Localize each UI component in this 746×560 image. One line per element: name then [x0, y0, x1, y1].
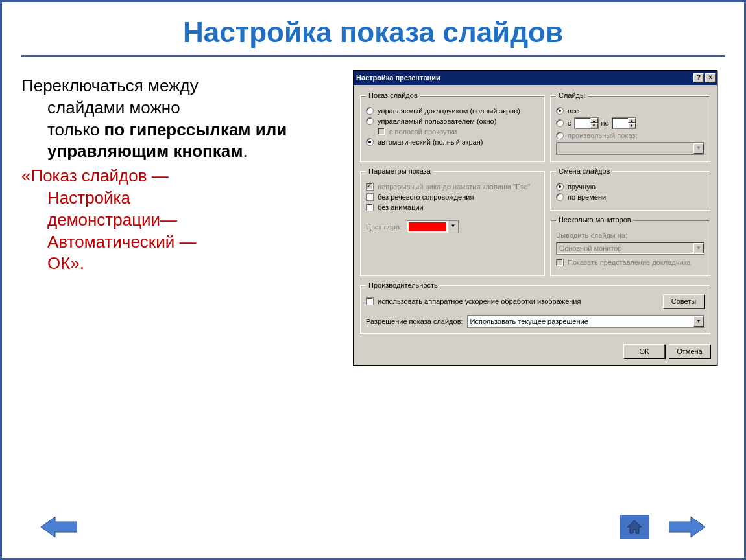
to-label: по — [601, 119, 609, 127]
radio-all-slides[interactable]: все — [556, 107, 704, 115]
checkbox-scrollbar: с полосой прокрутки — [378, 128, 539, 135]
advance-legend: Смена слайдов — [556, 167, 612, 175]
home-button[interactable] — [620, 515, 649, 539]
close-button[interactable]: × — [705, 73, 716, 82]
checkbox-loop: непрерывный цикл до нажатия клавиши "Esc… — [366, 183, 539, 191]
dialog-title: Настройка презентации — [356, 74, 440, 82]
from-spinner[interactable]: ▲▼ — [574, 117, 599, 129]
slides-group: Слайды все с ▲▼ — [550, 91, 710, 162]
checkbox-no-animation[interactable]: без анимации — [366, 204, 539, 211]
checkbox-hw-accel[interactable]: использовать аппаратное ускорение обрабо… — [366, 298, 581, 305]
resolution-label: Разрешение показа слайдов: — [366, 318, 463, 325]
dialog-titlebar[interactable]: Настройка презентации ? × — [354, 71, 717, 85]
advance-group: Смена слайдов вручную по времени — [550, 167, 710, 211]
svg-marker-1 — [627, 520, 642, 533]
chevron-down-icon: ▼ — [693, 243, 704, 253]
show-options-legend: Параметры показа — [366, 167, 433, 175]
radio-timings[interactable]: по времени — [556, 193, 704, 201]
performance-legend: Производительность — [366, 281, 440, 289]
custom-show-combo: ▼ — [556, 142, 704, 155]
performance-group: Производительность использовать аппаратн… — [360, 281, 710, 334]
tips-button[interactable]: Советы — [663, 294, 704, 309]
help-button[interactable]: ? — [693, 73, 704, 82]
pen-color-label: Цвет пера: — [366, 223, 402, 231]
svg-marker-2 — [669, 517, 705, 537]
svg-marker-0 — [41, 517, 77, 537]
chevron-down-icon[interactable]: ▼ — [448, 221, 458, 233]
cancel-button[interactable]: Отмена — [669, 344, 710, 358]
monitor-combo: Основной монитор ▼ — [556, 242, 704, 255]
pen-color-picker[interactable]: ▼ — [407, 220, 459, 233]
chevron-down-icon: ▼ — [693, 143, 704, 154]
monitors-group: Несколько мониторов Выводить слайды на: … — [550, 216, 710, 276]
setup-dialog: Настройка презентации ? × Показ слайдов … — [353, 70, 717, 366]
resolution-combo[interactable]: Использовать текущее разрешение ▼ — [467, 315, 704, 328]
prev-arrow-icon[interactable] — [41, 514, 77, 540]
to-spinner[interactable]: ▲▼ — [612, 117, 636, 129]
radio-browsed-individual[interactable]: управляемый пользователем (окно) — [366, 117, 539, 125]
radio-manual[interactable]: вручную — [556, 183, 704, 191]
ok-button[interactable]: ОК — [623, 344, 665, 358]
radio-custom-show: произвольный показ: — [556, 132, 704, 139]
next-arrow-icon[interactable] — [669, 514, 705, 540]
home-icon — [626, 519, 643, 535]
monitor-output-label: Выводить слайды на: — [556, 231, 704, 239]
show-type-group: Показ слайдов управляемый докладчиком (п… — [360, 91, 545, 162]
show-type-legend: Показ слайдов — [366, 91, 420, 99]
slide-title: Настройка показа слайдов — [2, 16, 744, 49]
chevron-down-icon[interactable]: ▼ — [693, 316, 704, 327]
radio-kiosk[interactable]: автоматический (полный экран) — [366, 138, 539, 146]
show-options-group: Параметры показа непрерывный цикл до наж… — [360, 167, 545, 276]
slides-legend: Слайды — [556, 91, 588, 99]
checkbox-presenter-view: Показать представление докладчика — [556, 259, 704, 266]
monitors-legend: Несколько мониторов — [556, 216, 634, 224]
radio-slide-range[interactable]: с — [556, 119, 572, 127]
title-underline — [21, 55, 725, 57]
radio-presenter[interactable]: управляемый докладчиком (полный экран) — [366, 107, 539, 115]
checkbox-no-narration[interactable]: без речевого сопровождения — [366, 193, 539, 201]
description-text: Переключаться между слайдами можно тольк… — [21, 70, 333, 366]
